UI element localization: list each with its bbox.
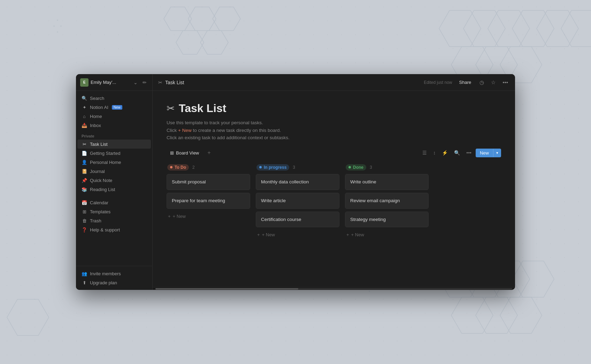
breadcrumb-title: Task List — [165, 80, 184, 85]
lightning-icon[interactable]: ⚡ — [440, 149, 450, 157]
scrollbar-thumb[interactable] — [155, 288, 298, 290]
star-icon[interactable]: ☆ — [490, 79, 497, 86]
sidebar-item-personal-home[interactable]: 👤 Personal Home — [77, 158, 151, 167]
more-options-icon[interactable]: ••• — [464, 149, 474, 157]
add-new-inprogress[interactable]: + + New — [256, 230, 339, 239]
svg-marker-5 — [439, 10, 481, 47]
sidebar-item-task-list[interactable]: ✂ Task List — [77, 140, 151, 149]
right-panel: ✂ Task List Edited just now Share ◷ ☆ ••… — [153, 74, 515, 290]
card-monthly-data[interactable]: Monthly data collection — [256, 174, 339, 190]
view-toolbar: ⊞ Board View + ☰ ↕ ⚡ 🔍 ••• New ▾ — [167, 149, 501, 157]
svg-marker-2 — [213, 7, 240, 31]
column-count-inprogress: 3 — [293, 165, 295, 170]
card-title: Submit proposal — [172, 179, 206, 184]
book-icon: 📚 — [82, 187, 87, 192]
ai-badge: New — [112, 105, 122, 110]
card-submit-proposal[interactable]: Submit proposal — [167, 174, 250, 190]
pin-icon: 📌 — [82, 177, 87, 183]
sidebar-item-calendar[interactable]: 📅 Calendar — [77, 198, 151, 207]
column-header-done: Done 3 — [345, 164, 429, 171]
plus-icon: + — [168, 214, 171, 219]
plus-icon: + — [257, 232, 260, 237]
board-view-button[interactable]: ⊞ Board View — [167, 149, 202, 157]
header-actions: Edited just now Share ◷ ☆ ••• — [424, 79, 509, 86]
card-strategy-meeting[interactable]: Strategy meeting — [345, 212, 429, 228]
svg-marker-3 — [176, 31, 204, 54]
page-title: Task List — [179, 102, 226, 115]
sidebar-item-quick-note[interactable]: 📌 Quick Note — [77, 176, 151, 185]
chevron-down-icon[interactable]: ⌄ — [132, 79, 139, 86]
user-name: Emily May'... — [91, 80, 130, 85]
sidebar-item-notion-ai[interactable]: ✦ Notion AI New — [77, 103, 151, 112]
edit-icon[interactable]: ✏ — [141, 79, 148, 86]
new-button-dropdown-icon[interactable]: ▾ — [493, 149, 501, 157]
sidebar-footer: 👥 Invite members ⬆ Upgrade plan — [76, 266, 152, 290]
sidebar-item-inbox[interactable]: 📥 Inbox — [77, 121, 151, 130]
sidebar-item-home[interactable]: ⌂ Home — [77, 112, 151, 121]
sidebar-item-reading-list[interactable]: 📚 Reading List — [77, 185, 151, 194]
status-badge-done: Done — [346, 164, 366, 171]
more-icon[interactable]: ••• — [501, 79, 509, 86]
filter-icon[interactable]: ☰ — [420, 149, 429, 157]
breadcrumb: ✂ Task List — [158, 80, 421, 85]
ai-icon: ✦ — [82, 104, 87, 110]
person-icon: 👤 — [82, 159, 87, 165]
clock-icon[interactable]: ◷ — [478, 79, 485, 86]
card-title: Prepare for team meeting — [172, 198, 225, 203]
avatar: E — [80, 78, 89, 87]
search-icon[interactable]: 🔍 — [452, 149, 462, 157]
private-section-label: Private — [76, 130, 152, 140]
main-layout: E Emily May'... ⌄ ✏ 🔍 Search ✦ Notion AI… — [76, 74, 515, 290]
card-prepare-meeting[interactable]: Prepare for team meeting — [167, 193, 250, 209]
add-new-done[interactable]: + + New — [345, 230, 429, 239]
sidebar-item-upgrade-plan[interactable]: ⬆ Upgrade plan — [77, 278, 151, 287]
column-header-todo: To Do 2 — [167, 164, 250, 171]
board-column-inprogress: In progress 3 Monthly data collection Wr… — [256, 164, 339, 240]
sidebar-item-invite-members[interactable]: 👥 Invite members — [77, 269, 151, 278]
invite-icon: 👥 — [82, 271, 87, 276]
svg-point-29 — [369, 291, 370, 292]
add-new-todo[interactable]: + + New — [167, 212, 250, 221]
highlight-new: + New — [178, 128, 192, 133]
share-button[interactable]: Share — [456, 79, 474, 86]
page-icon: 📄 — [82, 150, 87, 156]
board-column-todo: To Do 2 Submit proposal Prepare for team… — [167, 164, 250, 221]
card-write-outline[interactable]: Write outline — [345, 174, 429, 190]
board-columns: To Do 2 Submit proposal Prepare for team… — [167, 164, 501, 240]
sidebar-item-trash[interactable]: 🗑 Trash — [77, 216, 151, 225]
sidebar-item-search[interactable]: 🔍 Search — [77, 94, 151, 103]
card-write-article[interactable]: Write article — [256, 193, 339, 209]
sidebar-item-templates[interactable]: ⊞ Templates — [77, 207, 151, 216]
sort-icon[interactable]: ↕ — [431, 149, 438, 157]
page-breadcrumb-icon: ✂ — [158, 80, 162, 85]
search-icon: 🔍 — [82, 95, 87, 101]
status-dot-inprogress — [259, 166, 262, 168]
sidebar-item-journal[interactable]: 📔 Journal — [77, 167, 151, 176]
svg-point-23 — [60, 25, 62, 27]
card-certification[interactable]: Certification course — [256, 212, 339, 228]
board-column-done: Done 3 Write outline Review email campai… — [345, 164, 429, 240]
add-view-button[interactable]: + — [205, 149, 213, 157]
app-window: E Emily May'... ⌄ ✏ 🔍 Search ✦ Notion AI… — [76, 74, 515, 290]
plus-icon: + — [346, 232, 349, 237]
sidebar: E Emily May'... ⌄ ✏ 🔍 Search ✦ Notion AI… — [76, 74, 153, 290]
card-review-email[interactable]: Review email campaign — [345, 193, 429, 209]
svg-marker-0 — [164, 7, 192, 31]
sidebar-item-help[interactable]: ❓ Help & support — [77, 225, 151, 234]
new-button[interactable]: New ▾ — [476, 149, 501, 157]
sidebar-item-getting-started[interactable]: 📄 Getting Started — [77, 149, 151, 158]
svg-marker-7 — [488, 10, 530, 47]
sidebar-nav: 🔍 Search ✦ Notion AI New ⌂ Home 📥 Inbox … — [76, 91, 152, 266]
main-area: ✂ Task List Use this template to track y… — [153, 91, 515, 287]
svg-marker-8 — [512, 10, 554, 47]
card-title: Strategy meeting — [350, 217, 386, 222]
scrollbar-track — [155, 288, 512, 290]
page-title-icon: ✂ — [167, 103, 175, 114]
view-toolbar-left: ⊞ Board View + — [167, 149, 213, 157]
svg-marker-20 — [500, 297, 542, 333]
scrollbar[interactable] — [153, 287, 515, 290]
column-count-todo: 2 — [192, 165, 195, 170]
svg-point-25 — [57, 31, 58, 33]
card-title: Write outline — [350, 179, 376, 184]
svg-marker-6 — [463, 10, 505, 47]
